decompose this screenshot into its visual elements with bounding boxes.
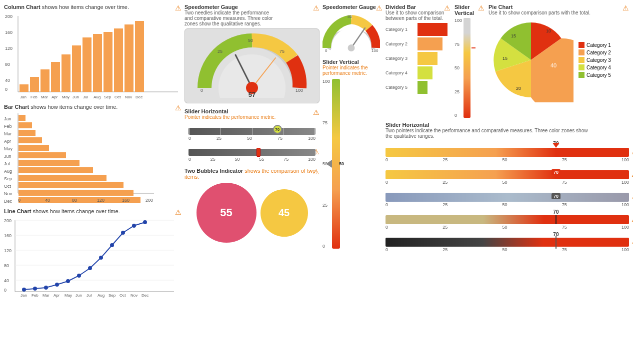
svg-point-85 [110,243,114,247]
svg-text:Jan: Jan [4,116,12,121]
svg-rect-12 [62,54,70,92]
svg-rect-17 [114,28,123,92]
svg-text:57: 57 [248,91,256,98]
svg-text:Jul: Jul [83,95,88,99]
sh-right-desc: Two pointers indicate the performance an… [386,128,629,139]
svg-text:Oct: Oct [114,95,121,99]
sh-row3-value: 70 [552,193,560,199]
sh-row1-track [386,148,629,157]
sh-row1-labels: 0255075100 [386,157,629,162]
svg-text:May: May [4,146,13,151]
svg-text:Jun: Jun [76,293,82,298]
speedometer2-warning: ⚠ [376,4,382,12]
svg-text:Mar: Mar [4,131,12,136]
sh-row5-labels: 0255075100 [386,247,629,252]
svg-text:0: 0 [325,48,328,52]
svg-rect-45 [18,152,66,158]
svg-text:50: 50 [248,38,253,43]
pie-chart-svg: 10 40 20 15 15 [488,17,574,102]
vslider-value: 50 [339,161,344,166]
svg-rect-9 [30,77,39,92]
svg-text:Aug: Aug [94,95,100,99]
svg-text:40: 40 [550,62,556,68]
pie-chart-desc: Use it to show comparison parts with the… [488,10,629,15]
bubbles-title: Two Bubbles Indicator shows the comparis… [184,168,320,180]
svg-text:50: 50 [348,14,352,19]
svg-text:100: 100 [372,48,378,52]
svg-text:Dec: Dec [136,95,142,99]
slider-h1-warning: ⚠ [313,108,320,116]
bubbles-section: Two Bubbles Indicator shows the comparis… [184,168,320,243]
svg-point-87 [132,224,136,228]
svg-text:Jun: Jun [72,95,79,99]
sh-row2-value: 70 [552,169,560,175]
pie-legend-4: Category 4 [578,64,611,70]
svg-point-82 [77,274,81,278]
svg-rect-16 [104,32,112,92]
sh-row3-labels: 0255075100 [386,202,629,207]
svg-text:15: 15 [502,56,508,61]
bar-chart-section: Bar Chart shows how items change over ti… [4,104,182,204]
div-bar-fill-1 [418,23,448,36]
div-bar-label-1: Category 1 [386,27,416,32]
svg-text:15: 15 [511,33,516,38]
svg-text:40: 40 [4,278,9,283]
sh-row4-track [386,215,629,224]
speedometer1-box: 0 25 50 75 100 57 [184,28,320,103]
bubbles-area: 55 45 [184,183,320,243]
svg-point-80 [55,283,59,287]
vslider-left-title: Slider Vertical [322,59,382,65]
divided-bar-desc: Use it to show comparisonbetween parts o… [386,10,450,21]
speedometer1-section: Speedometer Gauge Two needles indicate t… [184,4,320,103]
vslider-pointer [326,160,332,168]
svg-text:160: 160 [5,30,12,35]
svg-rect-49 [18,167,93,173]
speedometer1-warning: ⚠ [313,4,320,12]
vslider-left-desc: Pointer indicates theperformance metric. [322,65,382,76]
svg-point-78 [33,287,37,291]
div-bar-fill-4 [418,66,432,79]
svg-point-79 [44,286,48,290]
pie-chart-section: Pie Chart Use it to show comparison part… [488,4,629,118]
svg-text:Feb: Feb [32,293,38,298]
svg-text:80: 80 [72,198,77,203]
div-bar-label-4: Category 4 [386,70,416,75]
svg-text:160: 160 [4,233,12,238]
pie-chart-title: Pie Chart [488,4,629,10]
svg-rect-55 [18,190,134,196]
vslider-right-track [464,18,470,118]
slider-h1-title: Slider Horizontal [184,108,320,114]
svg-rect-8 [20,84,28,92]
svg-rect-19 [135,21,144,92]
svg-text:40: 40 [5,78,10,83]
vslider-left-section: Slider Vertical Pointer indicates theper… [322,59,382,249]
svg-text:0: 0 [5,87,8,92]
speedometer1-svg: 0 25 50 75 100 57 [194,33,310,98]
svg-text:Jul: Jul [4,161,10,166]
bar-chart-title: Bar Chart shows how items change over ti… [4,104,182,110]
div-bar-fill-3 [418,52,438,65]
slider-h1-marker: 70 [273,125,282,134]
slider-h2-section: ⚠ 025505575100 [184,148,320,162]
div-bar-label-3: Category 3 [386,56,416,61]
div-bar-row-4: Category 4 [386,66,450,79]
svg-rect-18 [124,24,134,92]
svg-text:Feb: Feb [30,95,38,99]
pie-chart-warning: ⚠ [622,4,629,12]
sh-row1-arrow [552,143,560,148]
sh-row3: 70 ⚠ 0255075100 [386,193,629,207]
column-chart-svg: 200 160 120 80 40 0 [4,11,179,101]
svg-text:Apr: Apr [52,95,58,99]
pie-legend-5: Category 5 [578,72,611,78]
vslider-right-warning: ⚠ [478,4,484,12]
svg-point-116 [348,44,355,51]
svg-text:Nov: Nov [130,293,138,298]
svg-text:Jan: Jan [20,95,26,99]
svg-rect-10 [40,69,50,92]
svg-point-88 [143,220,147,224]
vslider-right-section: Slider Vertical ⚠ 1007550250 [454,4,484,118]
svg-text:Feb: Feb [4,124,12,129]
speedometer1-title: Speedometer Gauge [184,4,320,10]
pie-legend-3: Category 3 [578,57,611,63]
div-bar-label-5: Category 5 [386,85,416,90]
